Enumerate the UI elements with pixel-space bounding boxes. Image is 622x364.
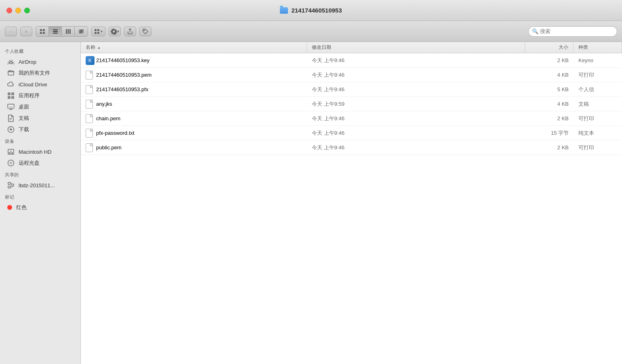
svg-rect-7 — [66, 29, 67, 34]
svg-rect-22 — [11, 92, 14, 95]
toolbar: ‹ › — [0, 21, 622, 42]
mac-icon — [7, 148, 15, 155]
svg-rect-23 — [8, 96, 11, 99]
file-name: pfx-password.txt — [96, 130, 134, 136]
title-bar: 214174460510953 — [0, 0, 622, 21]
cell-name: pfx-password.txt — [81, 129, 307, 138]
file-icon-generic — [86, 143, 93, 152]
search-icon: 🔍 — [532, 28, 538, 34]
minimize-button[interactable] — [15, 8, 21, 13]
main-content: 个人收藏 AirDrop 我的所有文件 — [0, 42, 622, 364]
desktop-label: 桌面 — [19, 103, 29, 111]
back-icon: ‹ — [10, 28, 12, 34]
sidebar-item-airdrop[interactable]: AirDrop — [2, 56, 78, 67]
col-header-size[interactable]: 大小 — [525, 42, 574, 53]
cell-type: Keyno — [574, 57, 622, 63]
svg-point-17 — [144, 30, 145, 31]
share-button[interactable] — [124, 27, 136, 36]
table-row[interactable]: any.jks 今天 上午9:59 4 KB 文稿 — [81, 97, 622, 111]
table-row[interactable]: public.pem 今天 上午9:46 2 KB 可打印 — [81, 140, 622, 155]
close-button[interactable] — [6, 8, 12, 13]
svg-rect-13 — [95, 29, 97, 31]
sidebar-item-docs[interactable]: 文稿 — [2, 113, 78, 124]
col-date-label: 修改日期 — [312, 44, 331, 51]
file-icon-generic — [86, 100, 93, 109]
generic-file-icon — [86, 100, 93, 109]
forward-icon: › — [25, 28, 27, 34]
svg-rect-16 — [97, 32, 99, 34]
forward-button[interactable]: › — [20, 27, 32, 36]
table-row[interactable]: 214174460510953.pfx 今天 上午9:46 5 KB 个人信 — [81, 82, 622, 97]
sidebar-item-icloud[interactable]: iCloud Drive — [2, 79, 78, 90]
table-row[interactable]: chain.pem 今天 上午9:46 2 KB 可打印 — [81, 111, 622, 126]
section-shared: 共享的 — [0, 169, 80, 180]
arrange-button[interactable]: ▾ — [91, 27, 105, 36]
red-tag-label: 红色 — [16, 204, 27, 211]
back-button[interactable]: ‹ — [5, 27, 17, 36]
svg-rect-4 — [53, 29, 58, 30]
svg-rect-11 — [80, 29, 82, 33]
file-name: chain.pem — [96, 115, 120, 121]
cell-name: K 214174460510953.key — [81, 56, 307, 65]
settings-button[interactable]: ▾ — [109, 27, 121, 36]
file-name: 214174460510953.pfx — [96, 86, 148, 92]
sidebar-item-network[interactable]: lbdz-2015011... — [2, 180, 78, 191]
table-row[interactable]: K 214174460510953.key 今天 上午9:46 2 KB Key… — [81, 53, 622, 68]
window-title: 214174460510953 — [280, 7, 342, 14]
svg-rect-3 — [43, 32, 45, 34]
col-header-date[interactable]: 修改日期 — [307, 42, 525, 53]
cell-type: 个人信 — [574, 86, 622, 93]
sidebar-item-red-tag[interactable]: 红色 — [2, 202, 78, 213]
sidebar-item-optical[interactable]: 远程光盘 — [2, 157, 78, 169]
col-header-name[interactable]: 名称 ▲ — [81, 42, 307, 53]
cell-size: 2 KB — [525, 144, 574, 151]
network-icon — [7, 182, 15, 189]
svg-rect-21 — [8, 92, 11, 95]
icon-view-button[interactable] — [36, 27, 49, 36]
cell-date: 今天 上午9:46 — [307, 144, 525, 151]
svg-rect-8 — [67, 29, 69, 34]
col-type-label: 种类 — [578, 44, 588, 51]
downloads-icon — [7, 126, 15, 133]
sidebar-item-myfiles[interactable]: 我的所有文件 — [2, 67, 78, 79]
tag-button[interactable] — [139, 27, 151, 36]
cell-date: 今天 上午9:46 — [307, 57, 525, 64]
sidebar-item-downloads[interactable]: 下载 — [2, 124, 78, 135]
cell-type: 纯文本 — [574, 130, 622, 137]
cell-name: chain.pem — [81, 114, 307, 123]
table-row[interactable]: 214174460510953.pem 今天 上午9:46 4 KB 可打印 — [81, 68, 622, 82]
section-devices: 设备 — [0, 135, 80, 146]
column-headers: 名称 ▲ 修改日期 大小 种类 — [81, 42, 622, 53]
cell-type: 可打印 — [574, 144, 622, 151]
sidebar-item-desktop[interactable]: 桌面 — [2, 101, 78, 113]
file-icon-generic — [86, 85, 93, 94]
sidebar-item-apps[interactable]: 应用程序 — [2, 90, 78, 101]
view-mode-buttons — [36, 26, 88, 37]
svg-rect-9 — [69, 29, 71, 34]
col-header-type[interactable]: 种类 — [574, 42, 622, 53]
red-tag-icon — [7, 205, 12, 210]
search-box[interactable]: 🔍 — [528, 26, 617, 37]
mac-label: Macintosh HD — [19, 149, 52, 155]
cell-name: any.jks — [81, 100, 307, 109]
table-row[interactable]: pfx-password.txt 今天 上午9:46 15 字节 纯文本 — [81, 126, 622, 140]
cell-name: 214174460510953.pfx — [81, 85, 307, 94]
file-area: 名称 ▲ 修改日期 大小 种类 K 214174460510953.k — [81, 42, 622, 364]
list-view-button[interactable] — [49, 27, 62, 36]
myfiles-icon — [7, 69, 15, 77]
svg-point-32 — [11, 163, 11, 163]
svg-rect-1 — [43, 29, 45, 31]
generic-file-icon — [86, 143, 93, 152]
apps-label: 应用程序 — [19, 92, 40, 99]
maximize-button[interactable] — [24, 8, 30, 13]
column-view-button[interactable] — [62, 27, 75, 36]
cell-size: 2 KB — [525, 57, 574, 63]
apps-icon — [7, 92, 15, 99]
folder-icon — [280, 7, 288, 14]
sidebar-item-mac[interactable]: Macintosh HD — [2, 146, 78, 157]
cell-name: public.pem — [81, 143, 307, 152]
cell-size: 5 KB — [525, 86, 574, 92]
coverflow-view-button[interactable] — [75, 27, 88, 36]
search-input[interactable] — [540, 28, 614, 34]
section-personal: 个人收藏 — [0, 45, 80, 56]
